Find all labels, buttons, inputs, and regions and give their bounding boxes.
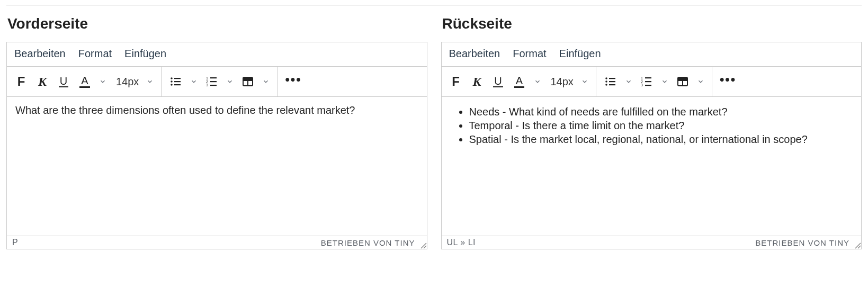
list-item: Spatial - Is the market local, regional,… [469,133,853,146]
list-item: Needs - What kind of needs are fulfilled… [469,106,853,118]
chevron-down-icon [99,78,106,85]
element-path[interactable]: P [12,238,18,247]
bullet-list-button[interactable] [602,71,620,92]
svg-point-20 [605,84,607,86]
font-size-label[interactable]: 14px [547,76,576,88]
svg-rect-27 [645,77,651,78]
text-color-dropdown[interactable] [97,71,109,92]
text-color-icon: A [514,75,524,88]
list-item: Temporal - Is there a time limit on the … [469,120,853,132]
element-path[interactable]: UL » LI [447,238,476,247]
front-menubar: Bearbeiten Format Einfügen [7,42,427,67]
chevron-down-icon [226,78,234,85]
svg-rect-28 [645,81,651,82]
table-icon [241,75,254,88]
table-icon [676,75,689,88]
resize-handle[interactable] [854,241,861,249]
underline-button[interactable]: U [489,71,507,92]
front-content[interactable]: What are the three dimensions often used… [7,97,427,236]
back-menubar: Bearbeiten Format Einfügen [442,42,862,67]
bold-button[interactable]: F [12,71,30,92]
more-button[interactable]: ••• [718,71,738,92]
bullet-list-dropdown[interactable] [188,71,200,92]
svg-rect-33 [678,77,687,80]
svg-rect-29 [645,85,651,86]
bold-button[interactable]: F [447,71,465,92]
svg-line-17 [424,246,426,248]
italic-button[interactable]: K [33,71,51,92]
text-color-button[interactable]: A [76,71,94,92]
back-content[interactable]: Needs - What kind of needs are fulfilled… [442,97,862,236]
back-content-list: Needs - What kind of needs are fulfilled… [450,106,853,146]
numbered-list-dropdown[interactable] [659,71,670,92]
svg-rect-21 [609,78,615,79]
bold-icon: F [17,74,25,89]
resize-icon [854,241,861,249]
underline-button[interactable]: U [55,71,73,92]
text-color-dropdown[interactable] [532,71,543,92]
font-size-dropdown[interactable] [579,71,590,92]
back-panel: Rückseite Bearbeiten Format Einfügen F K… [441,10,862,249]
back-toolbar: F K U A 14px [442,67,862,97]
menu-edit[interactable]: Bearbeiten [14,48,66,60]
underline-icon: U [493,76,503,87]
text-color-icon: A [79,75,90,88]
table-button[interactable] [239,71,257,92]
chevron-down-icon [581,78,588,85]
powered-by-label[interactable]: BETRIEBEN VON TINY [755,238,856,247]
resize-icon [419,241,427,249]
chevron-down-icon [697,78,704,85]
svg-rect-11 [210,85,217,86]
numbered-list-button[interactable]: 1 2 3 [638,71,656,92]
svg-point-0 [171,77,173,79]
bold-icon: F [452,74,460,89]
menu-format[interactable]: Format [78,48,112,60]
italic-icon: K [472,75,481,89]
svg-rect-15 [243,77,253,80]
svg-point-1 [171,80,173,83]
text-color-button[interactable]: A [511,71,529,92]
resize-handle[interactable] [419,241,427,249]
table-dropdown[interactable] [695,71,706,92]
svg-line-16 [421,243,426,248]
italic-button[interactable]: K [468,71,486,92]
svg-rect-10 [210,81,217,82]
svg-point-19 [605,80,607,83]
bullet-list-icon [604,75,617,88]
chevron-down-icon [262,78,270,85]
svg-line-34 [855,243,861,248]
powered-by-label[interactable]: BETRIEBEN VON TINY [321,238,422,247]
chevron-down-icon [625,78,632,85]
bullet-list-button[interactable] [167,71,185,92]
front-panel: Vorderseite Bearbeiten Format Einfügen F… [6,10,427,249]
numbered-list-dropdown[interactable] [224,71,236,92]
font-size-dropdown[interactable] [144,71,156,92]
svg-rect-5 [174,84,181,85]
svg-rect-3 [174,78,181,79]
bullet-list-dropdown[interactable] [623,71,634,92]
back-statusbar: UL » LI BETRIEBEN VON TINY [442,236,862,249]
svg-line-35 [858,246,861,248]
svg-text:3: 3 [206,83,208,87]
svg-point-2 [171,84,173,86]
table-dropdown[interactable] [260,71,272,92]
back-editor: Bearbeiten Format Einfügen F K U A 14px [441,42,862,249]
front-title: Vorderseite [7,15,427,32]
chevron-down-icon [146,78,154,85]
italic-icon: K [38,75,47,89]
menu-edit[interactable]: Bearbeiten [449,48,500,60]
more-button[interactable]: ••• [283,71,303,92]
chevron-down-icon [661,78,668,85]
menu-format[interactable]: Format [513,48,546,60]
svg-text:3: 3 [641,83,643,87]
font-size-label[interactable]: 14px [112,76,141,88]
chevron-down-icon [534,78,541,85]
svg-point-18 [605,77,607,79]
menu-insert[interactable]: Einfügen [124,48,166,60]
menu-insert[interactable]: Einfügen [559,48,601,60]
chevron-down-icon [190,78,198,85]
front-editor: Bearbeiten Format Einfügen F K U A 14px [6,42,427,249]
table-button[interactable] [674,71,692,92]
front-statusbar: P BETRIEBEN VON TINY [7,236,427,249]
numbered-list-button[interactable]: 1 2 3 [203,71,221,92]
